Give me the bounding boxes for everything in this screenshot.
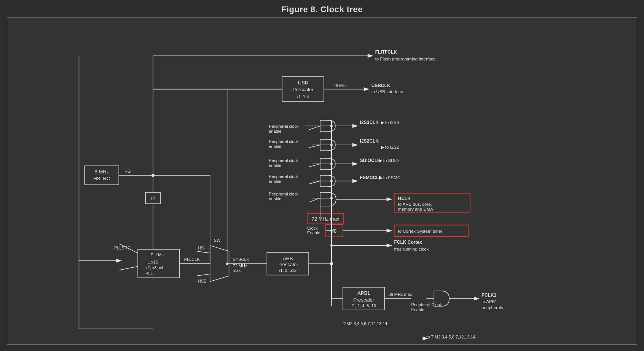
apb1-label3: /1, 2, 4, 8, 16: [352, 303, 376, 308]
fclk-label: FCLK Cortex: [394, 240, 422, 245]
apb1-freq-label: 36 MHz max: [389, 292, 412, 297]
svg-line-44: [309, 198, 320, 202]
svg-line-20: [197, 274, 210, 276]
svg-marker-53: [387, 229, 392, 233]
periph-clk-en3: Peripheral clock: [269, 158, 299, 163]
pclk1-desc2: peripherals: [481, 305, 503, 310]
hsi-signal-label: HSI: [124, 169, 131, 173]
fsmc-desc: ▶ to FSMC: [379, 175, 400, 180]
flitfclk-desc: to Flash programming interface: [375, 57, 436, 61]
page-title: Figure 8. Clock tree: [0, 0, 644, 17]
svg-marker-10: [364, 87, 370, 91]
pclk1-desc1: to APB1: [481, 299, 497, 304]
pllmul-opts2: x2, x3, x4: [145, 265, 163, 270]
svg-point-82: [330, 180, 333, 182]
svg-marker-42: [352, 179, 358, 183]
cortex-timer-label: to Cortex System timer: [398, 229, 443, 233]
div8-label: /8: [333, 228, 337, 234]
svg-marker-68: [116, 259, 122, 263]
svg-line-36: [309, 164, 320, 167]
fclk-desc: free running clock: [394, 247, 429, 251]
svg-point-80: [330, 144, 333, 146]
sysclk-label: SYSCLK: [233, 257, 250, 262]
svg-line-19: [197, 251, 210, 253]
flitfclk-label: FLITFCLK: [375, 49, 397, 55]
periph-clk-en2e: enable: [269, 144, 281, 149]
hclk-freq-label: 72 MHz max: [312, 216, 340, 222]
svg-point-84: [330, 230, 333, 232]
apb1-label1: APB1: [357, 290, 370, 296]
svg-line-40: [309, 181, 320, 184]
apb1-label2: Prescaler: [353, 297, 374, 303]
hclk-desc2: memory and DMA: [398, 207, 434, 211]
periph-clk-apb1e: Enable: [411, 307, 424, 312]
sysclk-freq-label: 72 MHz: [233, 264, 247, 268]
svg-marker-30: [352, 124, 358, 128]
svg-line-32: [309, 145, 320, 148]
svg-marker-38: [352, 162, 358, 166]
pllsrc-label: PLLSRC: [114, 246, 131, 250]
periph-clk-en5e: enable: [269, 196, 281, 201]
clock-enable1: Clock: [307, 226, 318, 230]
i2s2clk-label: I2S2CLK: [360, 138, 379, 144]
tim-desc-label: to TIM2,3,4,5,6,7,12,13,14: [426, 335, 475, 339]
sdio-desc: ▶ to SDIO: [379, 158, 399, 163]
periph-clk-en5: Peripheral clock: [269, 192, 299, 196]
pllmul-label: PLLMUL: [151, 253, 167, 257]
periph-clk-en1: Peripheral clock: [269, 124, 299, 129]
ahb-label2: Prescaler: [277, 262, 298, 267]
svg-marker-12: [368, 54, 373, 58]
clock-enable2: Enable: [307, 230, 320, 235]
svg-point-79: [330, 125, 333, 127]
ahb-label1: AHB: [283, 256, 293, 261]
hclk-desc1: to AHB bus, core,: [398, 202, 432, 206]
pllmul-opts1: ..., x16: [145, 260, 158, 264]
periph-clk-en4: Peripheral clock: [269, 174, 299, 179]
svg-line-15: [119, 266, 138, 270]
periph-clk-en2: Peripheral clock: [269, 139, 299, 144]
ahb-label3: /1, 2..512: [279, 268, 296, 273]
sdioclk-label: SDIOCLK: [360, 158, 381, 163]
diagram-container: 8 MHz HSI RC HSI /2 USB Prescaler /1, 1.…: [7, 17, 637, 345]
svg-line-28: [309, 126, 320, 130]
hclk-label: HCLK: [398, 196, 411, 201]
sw-hsi-label: HSI: [198, 246, 205, 250]
usbclk-desc: to USB interface: [371, 89, 403, 94]
pllclk-label: PLLCLK: [184, 257, 200, 262]
sw-label: SW: [214, 238, 221, 243]
svg-point-81: [330, 163, 333, 165]
i2s3-desc: ▶ to I2S3: [381, 120, 399, 125]
svg-marker-56: [387, 244, 392, 248]
i2s3clk-label: I2S3CLK: [360, 120, 379, 125]
usb-prescaler-label2: Prescaler: [293, 87, 314, 92]
svg-marker-34: [352, 143, 358, 147]
sw-hse-label: HSE: [198, 279, 207, 283]
hsi-rc-label1: 8 MHz: [95, 169, 109, 175]
div2-label: /2: [151, 195, 155, 201]
svg-marker-48: [387, 197, 392, 201]
svg-point-85: [330, 245, 333, 247]
periph-clk-en4e: enable: [269, 179, 281, 184]
pclk1-label: PCLK1: [481, 292, 497, 298]
sysclk-max-label: max: [233, 268, 241, 273]
i2s2-desc: ▶ to I2S2: [381, 145, 399, 149]
pllmul-opts3: PLL: [145, 271, 153, 276]
usb-prescaler-label3: /1, 1.5: [297, 94, 309, 99]
svg-marker-63: [474, 297, 480, 300]
periph-clk-en3e: enable: [269, 163, 281, 168]
usb-prescaler-label1: USB: [298, 80, 308, 86]
usb-freq-label: 48 MHz: [333, 83, 348, 88]
usbclk-label: USBCLK: [371, 83, 391, 88]
svg-point-83: [330, 197, 333, 199]
hsi-rc-label2: HSI RC: [93, 176, 110, 181]
periph-clk-en1e: enable: [269, 129, 281, 133]
tim-list-label: TIM2,3,4,5,6,7,12,13,14: [343, 321, 387, 326]
